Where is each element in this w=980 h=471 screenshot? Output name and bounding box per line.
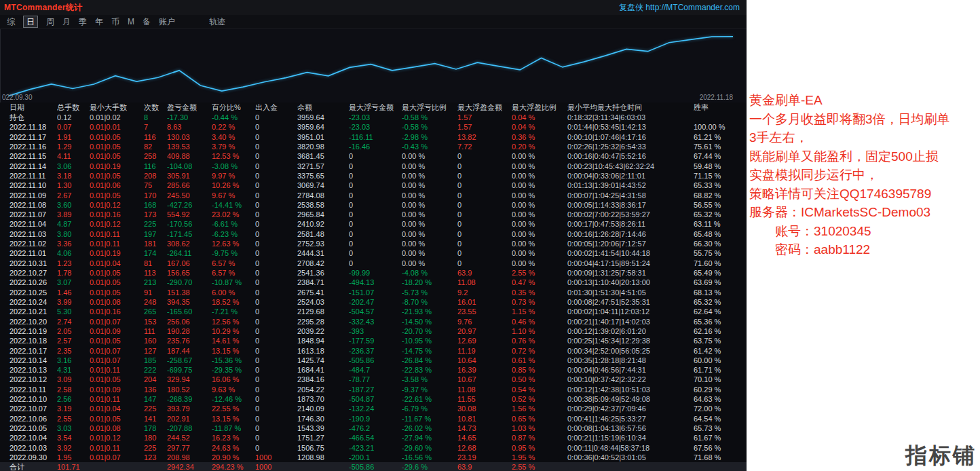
cell-lots: 3.99 (57, 297, 90, 307)
cell-date: 2022.09.30 (10, 453, 57, 462)
cell-cash: 0 (255, 113, 297, 122)
cell-time: 0:00:02|7:00:22|53:59:27 (567, 210, 694, 219)
table-row[interactable]: 2022.11.180.070.01|0.0178.630.22 %03959.… (0, 122, 747, 132)
tab-yearly[interactable]: 年 (95, 16, 103, 27)
table-row[interactable]: 2022.10.182.570.01|0.05160235.7614.61 %0… (0, 336, 747, 345)
tab-account[interactable]: 账户 (159, 16, 175, 27)
col-header-ddPct: 最大浮亏比例 (402, 102, 457, 113)
cell-pct: 12.53 % (212, 151, 255, 161)
cell-time: 0:01:30|1:51:30|4:51:05 (567, 288, 694, 297)
table-row[interactable]: 2022.11.143.060.01|0.19116-104.08-3.08 %… (0, 162, 747, 171)
table-row[interactable]: 2022.10.143.160.01|0.07185-258.67-15.36 … (0, 356, 747, 365)
table-row[interactable]: 2022.11.161.290.01|0.0582139.533.79 %038… (0, 142, 747, 151)
table-row[interactable]: 2022.10.172.350.01|0.07127187.4413.15 %0… (0, 346, 747, 356)
table-row[interactable]: 2022.10.202.740.01|0.07153256.0612.56 %0… (0, 317, 747, 326)
cell-ddAmt: -504.87 (349, 394, 402, 404)
table-row[interactable]: 2022.10.243.990.01|0.08248394.3518.52 %0… (0, 297, 747, 307)
tab-track[interactable]: 轨迹 (209, 16, 225, 27)
promo-line: 账号：31020345 (749, 222, 980, 241)
cell-win: 61.21 % (694, 132, 747, 142)
table-row[interactable]: 2022.10.053.030.01|0.08178-207.88-11.87 … (0, 423, 747, 433)
cell-win: 72.00 % (694, 404, 747, 413)
table-row[interactable]: 2022.10.062.550.01|0.05141202.9113.15 %0… (0, 414, 747, 423)
cell-minmax: 0.01|0.19 (90, 162, 144, 171)
table-row[interactable]: 2022.10.123.090.01|0.05204329.9416.06 %0… (0, 375, 747, 384)
table-row[interactable]: 2022.10.311.230.01|0.0481167.066.57 %027… (0, 259, 747, 268)
table-row[interactable]: 2022.11.073.890.01|0.16173554.9223.02 %0… (0, 210, 747, 219)
table-row[interactable]: 2022.11.154.110.01|0.05258409.8812.53 %0… (0, 151, 747, 161)
table-row[interactable]: 2022.11.092.670.01|0.05170245.509.67 %02… (0, 191, 747, 200)
cell-count: 181 (144, 239, 167, 248)
tab-overview[interactable]: 综 (7, 16, 15, 27)
cell-cash: 0 (255, 326, 297, 336)
cell-count: 265 (144, 307, 167, 316)
cell-time: 0:00:04|4:17:15|89:51:24 (567, 259, 694, 268)
table-row[interactable]: 2022.09.301.950.01|0.07123208.9820.90 %1… (0, 453, 747, 462)
equity-line (9, 37, 733, 96)
table-row[interactable]: 2022.10.102.560.01|0.11147-268.39-12.46 … (0, 394, 747, 404)
cell-pnl: 187.44 (167, 346, 212, 356)
cell-minmax: 0.01|0.05 (90, 336, 144, 345)
table-row[interactable]: 2022.10.043.540.01|0.12180244.5216.23 %0… (0, 433, 747, 442)
cell-date: 2022.10.19 (10, 326, 57, 336)
cell-balance: 2444.31 (297, 248, 349, 258)
cell-fpPct: 0.04 % (512, 122, 567, 132)
cell-ddPct: -29.6 % (402, 462, 457, 471)
cell-pct: 6.00 % (212, 288, 255, 297)
app-title: MTCommander统计 (4, 2, 82, 14)
cell-pct: 20.90 % (212, 453, 255, 462)
tab-memo[interactable]: 备 (143, 16, 151, 27)
cell-lots: 3.80 (57, 229, 90, 239)
cell-cash: 0 (255, 132, 297, 142)
table-row[interactable]: 2022.11.033.800.01|0.11197-171.45-6.23 %… (0, 229, 747, 239)
cell-count: 225 (144, 219, 167, 229)
cell-pnl: -17.30 (167, 113, 212, 122)
cell-fpPct: 0.76 % (512, 336, 567, 345)
tab-m[interactable]: M (128, 16, 134, 27)
cell-cash: 0 (255, 336, 297, 345)
table-row[interactable]: 2022.10.033.920.01|0.11225297.7724.63 %0… (0, 443, 747, 453)
cell-lots: 3.03 (57, 423, 90, 433)
cell-balance: 3069.74 (297, 181, 349, 190)
col-header-pct: 百分比% (212, 102, 255, 113)
tab-daily[interactable]: 日 (23, 16, 38, 28)
cell-ddAmt: -190.9 (349, 414, 402, 423)
table-row[interactable]: 2022.10.112.580.01|0.09136180.529.63 %02… (0, 385, 747, 394)
table-row[interactable]: 2022.10.192.050.01|0.09111190.2810.29 %0… (0, 326, 747, 336)
cell-time: 0:00:17|0:47:53|8:26:11 (567, 219, 694, 229)
tab-quarterly[interactable]: 季 (79, 16, 87, 27)
table-row[interactable]: 2022.10.134.310.01|0.11222-699.75-29.35 … (0, 365, 747, 375)
table-row[interactable]: 2022.10.251.460.01|0.0591151.386.00 %026… (0, 288, 747, 297)
tab-weekly[interactable]: 周 (46, 16, 54, 27)
table-row[interactable]: 2022.11.023.360.01|0.11181308.6212.63 %0… (0, 239, 747, 248)
cell-minmax: 0.01|0.11 (90, 443, 144, 453)
cell-pnl: 297.77 (167, 443, 212, 453)
table-row[interactable]: 2022.10.271.780.01|0.05113156.656.57 %02… (0, 268, 747, 278)
table-row[interactable]: 2022.10.073.190.01|0.04225393.7922.55 %0… (0, 404, 747, 413)
cell-minmax: 0.01|0.05 (90, 375, 144, 384)
cell-fpPct: 0.00 % (512, 162, 567, 171)
cell-lots: 2.67 (57, 191, 90, 200)
cell-date: 2022.11.16 (10, 142, 57, 151)
table-row[interactable]: 2022.11.101.300.01|0.0675285.6610.26 %03… (0, 181, 747, 190)
tab-monthly[interactable]: 月 (62, 16, 71, 27)
table-row[interactable]: 2022.11.171.910.01|0.05116130.033.40 %03… (0, 132, 747, 142)
cell-balance: 3959.64 (297, 113, 349, 122)
table-row[interactable]: 2022.11.083.600.01|0.12168-427.26-14.41 … (0, 200, 747, 210)
table-row[interactable]: 2022.10.215.300.01|0.16265-165.60-7.21 %… (0, 307, 747, 316)
tab-currency[interactable]: 币 (111, 16, 119, 27)
title-bar: MTCommander统计 复盘侠 http://MTCommander.com (0, 0, 747, 15)
cell-ddPct: -0.58 % (402, 122, 457, 132)
table-row-total[interactable]: 合计101.712942.34294.23 %1000-505.86-29.6 … (0, 462, 747, 471)
table-row[interactable]: 2022.11.014.060.01|0.19174-264.11-9.75 %… (0, 248, 747, 258)
cell-win: 65.48 % (694, 229, 747, 239)
site-link[interactable]: 复盘侠 http://MTCommander.com (619, 2, 740, 14)
table-row[interactable]: 2022.11.113.180.01|0.05208305.919.97 %03… (0, 171, 747, 181)
cell-count: 127 (144, 346, 167, 356)
table-row[interactable]: 2022.10.263.070.01|0.05213-290.70-10.87 … (0, 278, 747, 287)
table-row[interactable]: 2022.11.044.870.01|0.12225-170.56-6.61 %… (0, 219, 747, 229)
table-row-holding[interactable]: 持仓0.120.01|0.028-17.30-0.44 %03959.64-23… (0, 113, 747, 122)
cell-lots: 3.16 (57, 356, 90, 365)
cell-minmax: 0.01|0.05 (90, 414, 144, 423)
cell-count: 81 (144, 259, 167, 268)
